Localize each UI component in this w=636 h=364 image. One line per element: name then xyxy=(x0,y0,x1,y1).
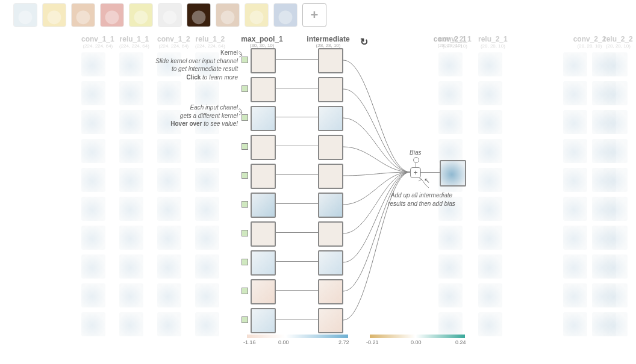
kernel-chip-6[interactable] xyxy=(242,230,248,236)
unlock-arrow-icon: ↖ xyxy=(424,176,430,185)
channel-annotation: Each input chanel gets a different kerne… xyxy=(139,103,238,128)
intermediate-fm-2[interactable] xyxy=(318,106,343,131)
maxpool-fm-9[interactable] xyxy=(251,308,276,333)
kernel-chip-5[interactable] xyxy=(242,201,248,208)
intermediate-fm-9[interactable] xyxy=(318,308,343,333)
conv21-shape: (28, 28, 10) xyxy=(429,43,471,48)
cycle-icon[interactable]: ↻ xyxy=(360,36,368,48)
maxpool-fm-5[interactable] xyxy=(251,193,276,218)
row-connector-2 xyxy=(275,117,319,117)
colorbar-right xyxy=(370,335,465,338)
maxpool-fm-6[interactable] xyxy=(251,221,276,247)
kernel-chip-1[interactable] xyxy=(242,85,248,92)
cb-right-min: -0.21 xyxy=(366,339,379,345)
cb-right-max: 0.24 xyxy=(455,339,466,345)
bias-stem xyxy=(416,162,416,167)
intermediate-fm-7[interactable] xyxy=(318,250,343,276)
kernel-chip-3[interactable] xyxy=(242,143,248,150)
maxpool-shape: (30, 30, 10) xyxy=(238,43,286,48)
cb-right-mid: 0.00 xyxy=(411,339,422,345)
colorbar-left xyxy=(247,335,348,338)
row-connector-6 xyxy=(275,232,319,233)
maxpool-fm-2[interactable] xyxy=(251,106,276,131)
output-feature-map[interactable] xyxy=(440,160,466,187)
bias-dot xyxy=(413,157,419,163)
row-connector-5 xyxy=(275,203,319,204)
intermediate-fm-3[interactable] xyxy=(318,135,343,160)
maxpool-fm-3[interactable] xyxy=(251,135,276,160)
kernel-chip-8[interactable] xyxy=(242,288,248,294)
conv21-title: conv_2_1 xyxy=(429,35,471,43)
intermediate-fm-1[interactable] xyxy=(318,77,343,102)
cb-left-max: 2.72 xyxy=(338,339,349,345)
intermediate-fm-0[interactable] xyxy=(318,48,343,73)
maxpool-fm-1[interactable] xyxy=(251,77,276,102)
maxpool-fm-0[interactable] xyxy=(251,48,276,73)
row-connector-4 xyxy=(275,174,319,175)
cb-left-mid: 0.00 xyxy=(278,339,289,345)
kernel-chip-4[interactable] xyxy=(242,172,248,179)
intermediate-fm-5[interactable] xyxy=(318,193,343,218)
sum-node[interactable]: + xyxy=(410,167,421,178)
bias-label: Bias xyxy=(410,149,421,156)
intermediate-shape: (28, 28, 10) xyxy=(304,43,352,48)
kernel-chip-0[interactable] xyxy=(242,57,248,63)
row-connector-8 xyxy=(275,290,319,291)
row-connector-7 xyxy=(275,261,319,262)
cb-left-min: -1.16 xyxy=(243,339,256,345)
maxpool-title: max_pool_1 xyxy=(238,35,286,43)
sum-annotation: Add up all intermediate results and then… xyxy=(373,191,470,208)
maxpool-fm-4[interactable] xyxy=(251,164,276,189)
intermediate-title: intermediate xyxy=(304,35,352,43)
intermediate-fm-6[interactable] xyxy=(318,221,343,247)
maxpool-fm-7[interactable] xyxy=(251,250,276,276)
plus-to-output-line xyxy=(420,172,440,173)
kernel-chip-9[interactable] xyxy=(242,316,248,323)
intermediate-fm-4[interactable] xyxy=(318,164,343,189)
kernel-chip-2[interactable] xyxy=(242,114,248,121)
row-connector-3 xyxy=(275,146,319,146)
kernel-chip-7[interactable] xyxy=(242,259,248,265)
row-connector-9 xyxy=(275,319,319,319)
maxpool-fm-8[interactable] xyxy=(251,279,276,304)
row-connector-1 xyxy=(275,88,319,88)
kernel-annotation: Kernel Slide kernel over input channel t… xyxy=(139,49,238,81)
row-connector-0 xyxy=(275,59,319,60)
intermediate-fm-8[interactable] xyxy=(318,279,343,304)
